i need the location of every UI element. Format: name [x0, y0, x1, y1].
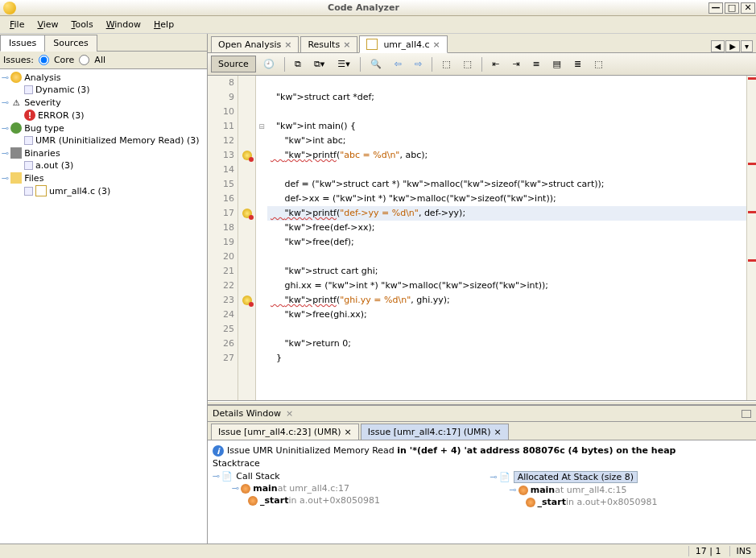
fold-margin: ⊟ [256, 76, 267, 400]
box-icon [24, 161, 33, 170]
gear-icon [10, 72, 22, 83]
document-tabs: Open Analysis× Results× umr_all4.c× ◀ ▶ … [208, 34, 756, 53]
tree-binaries-child[interactable]: a.out (3) [2, 159, 205, 172]
glyph-margin [238, 76, 256, 400]
box-icon [24, 136, 33, 145]
tab-sources[interactable]: Sources [44, 35, 97, 52]
tree-analysis-child[interactable]: Dynamic (3) [2, 84, 205, 96]
c-file-icon [366, 39, 378, 50]
tool-button[interactable]: ≣ [568, 56, 587, 72]
tool-button[interactable]: ☰▾ [332, 56, 355, 72]
tool-button[interactable]: ⬚ [458, 56, 477, 72]
info-icon: i [213, 445, 224, 457]
close-icon[interactable]: × [345, 427, 352, 437]
filter-core-radio[interactable] [39, 55, 49, 65]
stack-frame[interactable]: _start in a.out+0x8050981 [213, 494, 474, 506]
line-gutter: 89101112131415161718192021222324252627 [208, 76, 238, 400]
restore-icon[interactable] [742, 410, 751, 418]
tree-files-child[interactable]: umr_all4.c (3) [2, 184, 205, 197]
code-area[interactable]: "kw">struct cart *def; "kw">int main() {… [267, 76, 746, 400]
left-panel: Issues Sources Issues: Core All ⊸Analysi… [0, 34, 208, 544]
close-icon[interactable]: × [494, 427, 501, 437]
menu-help[interactable]: Help [147, 18, 180, 31]
filter-label: Issues: [3, 55, 34, 65]
stack-frame[interactable]: ⊸main at umr_all4.c:15 [490, 484, 752, 496]
menu-view[interactable]: View [31, 18, 64, 31]
tool-button[interactable]: ⧉▾ [308, 56, 331, 72]
history-button[interactable]: 🕘 [258, 56, 280, 72]
cursor-position: 17 | 1 [688, 546, 721, 556]
insert-mode: INS [729, 546, 751, 556]
search-button[interactable]: 🔍 [365, 56, 387, 72]
nav-next-button[interactable]: ▶ [725, 40, 740, 52]
tab-open-analysis[interactable]: Open Analysis× [211, 36, 299, 52]
frame-icon [241, 484, 250, 494]
tab-results[interactable]: Results× [300, 36, 357, 52]
close-icon[interactable]: × [343, 39, 350, 50]
error-strip[interactable] [746, 76, 756, 400]
severity-icon: ⚠ [10, 97, 22, 108]
stack-frame[interactable]: _start in a.out+0x8050981 [490, 496, 752, 508]
tree-binaries[interactable]: ⊸Binaries [2, 147, 205, 159]
tool-button[interactable]: ▤ [547, 56, 567, 72]
tree-bugtype[interactable]: ⊸Bug type [2, 122, 205, 134]
frame-icon [248, 496, 258, 506]
details-title: Details Window [213, 408, 281, 419]
tree-bugtype-child[interactable]: UMR (Uninitialized Memory Read) (3) [2, 134, 205, 147]
issues-tree: ⊸Analysis Dynamic (3) ⊸⚠Severity !ERROR … [0, 69, 207, 544]
stack-frame[interactable]: ⊸main at umr_all4.c:17 [213, 482, 474, 494]
editor-toolbar: Source 🕘 ⧉ ⧉▾ ☰▾ 🔍 ⇦ ⇨ ⬚ ⬚ ⇤ ⇥ ≡ ▤ ≣ ⬚ [208, 53, 756, 76]
menu-file[interactable]: File [3, 18, 31, 31]
code-editor[interactable]: 89101112131415161718192021222324252627 ⊟… [208, 76, 756, 401]
app-icon [3, 2, 16, 14]
frame-icon [526, 498, 535, 507]
tree-severity-child[interactable]: !ERROR (3) [2, 109, 205, 122]
nav-prev-button[interactable]: ◀ [711, 40, 725, 52]
close-button[interactable]: ✕ [741, 2, 755, 14]
next-button[interactable]: ⇨ [409, 56, 428, 72]
tool-button[interactable]: ⇤ [486, 56, 505, 72]
maximize-button[interactable]: □ [725, 2, 739, 14]
tab-issues[interactable]: Issues [0, 35, 45, 52]
c-file-icon [35, 185, 47, 196]
statusbar: 17 | 1 INS [0, 544, 756, 558]
bug-icon [10, 122, 22, 134]
minimize-button[interactable]: — [708, 2, 723, 14]
source-button[interactable]: Source [211, 56, 256, 72]
box-icon [24, 187, 33, 196]
tab-source-file[interactable]: umr_all4.c× [359, 35, 447, 53]
filter-all-radio[interactable] [79, 55, 89, 65]
titlebar: Code Analyzer — □ ✕ [0, 0, 756, 16]
frame-icon [518, 486, 528, 495]
tool-button[interactable]: ⬚ [589, 56, 608, 72]
issue-tab[interactable]: Issue [umr_all4.c:17] (UMR)× [361, 424, 509, 440]
nav-dropdown-button[interactable]: ▾ [741, 40, 753, 52]
binaries-icon [10, 147, 22, 159]
tree-severity[interactable]: ⊸⚠Severity [2, 96, 205, 109]
menu-tools[interactable]: Tools [65, 18, 100, 31]
error-icon: ! [24, 110, 35, 121]
tree-files[interactable]: ⊸Files [2, 172, 205, 184]
menu-window[interactable]: Window [100, 18, 147, 31]
filter-all-label: All [94, 55, 105, 65]
filter-core-label: Core [54, 55, 74, 65]
call-stack: ⊸📄Call Stack ⊸main at umr_all4.c:17 _sta… [213, 470, 474, 508]
issue-tab[interactable]: Issue [umr_all4.c:23] (UMR)× [211, 424, 359, 440]
issue-message: i Issue UMR Uninitialized Memory Read in… [213, 444, 751, 458]
close-icon[interactable]: × [284, 39, 291, 50]
close-icon[interactable]: × [432, 39, 440, 50]
issues-filter: Issues: Core All [0, 52, 207, 69]
prev-button[interactable]: ⇦ [389, 56, 407, 72]
tool-button[interactable]: ⇥ [506, 56, 525, 72]
tool-button[interactable]: ⬚ [436, 56, 456, 72]
details-panel: Details Window × Issue [umr_all4.c:23] (… [208, 405, 756, 544]
tree-analysis[interactable]: ⊸Analysis [2, 71, 205, 84]
box-icon [24, 85, 33, 94]
tool-button[interactable]: ≡ [527, 56, 545, 72]
folder-icon [10, 172, 22, 184]
tool-button[interactable]: ⧉ [289, 56, 307, 72]
stacktrace-label: Stacktrace [213, 458, 751, 469]
menubar: File View Tools Window Help [0, 16, 756, 34]
close-icon[interactable]: × [286, 408, 293, 419]
window-title: Code Analyzer [19, 2, 708, 13]
